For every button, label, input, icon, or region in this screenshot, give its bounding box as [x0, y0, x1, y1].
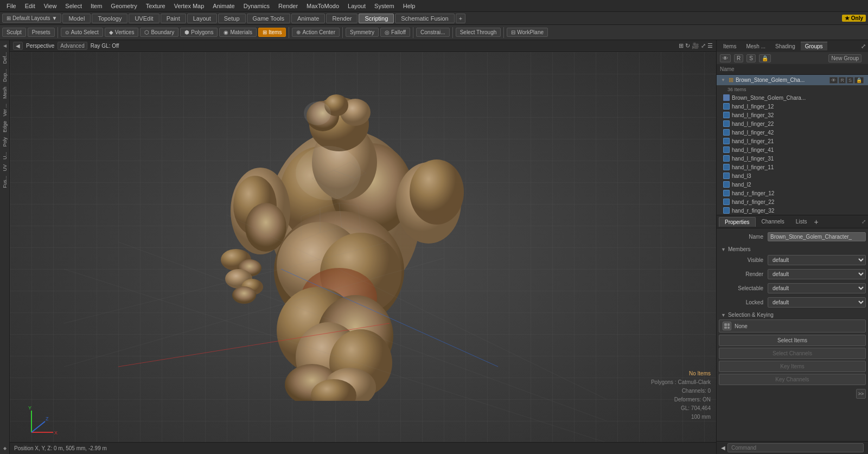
left-tab-u[interactable]: U... [1, 150, 9, 162]
tab-items[interactable]: Items [719, 42, 741, 50]
viewport-icon-camera[interactable]: 🎥 [692, 42, 699, 49]
props-tab-channels[interactable]: Channels [756, 217, 790, 226]
menu-help[interactable]: Help [399, 2, 420, 10]
panel-expand-btn[interactable]: ⤢ [861, 43, 866, 50]
tab-groups[interactable]: Groups [801, 42, 827, 50]
mode-add[interactable]: + [456, 14, 465, 23]
selection-keying-header[interactable]: ▼ Selection & Keying [719, 310, 866, 319]
mode-model[interactable]: Model [62, 14, 91, 23]
mode-schematic[interactable]: Schematic Fusion [395, 14, 454, 23]
mode-setup[interactable]: Setup [218, 14, 246, 23]
list-item[interactable]: hand_l_finger_21 [717, 137, 868, 145]
list-item[interactable]: hand_l3 [717, 171, 868, 180]
list-item[interactable]: hand_r_finger_22 [717, 197, 868, 206]
select-channels-button[interactable]: Select Channels [719, 348, 866, 359]
left-tab-edge[interactable]: Edge [1, 119, 9, 135]
auto-select-button[interactable]: ⊙ Auto Select [61, 28, 103, 37]
list-item[interactable]: hand_l_finger_42 [717, 128, 868, 137]
list-item[interactable]: hand_l2 [717, 180, 868, 189]
menu-select[interactable]: Select [61, 2, 86, 10]
mode-uvedit[interactable]: UVEdit [129, 14, 159, 23]
group-row[interactable]: ▼ ⊞ Brown_Stone_Golem_Cha... 👁 R S 🔒 [717, 75, 868, 86]
props-tab-lists[interactable]: Lists [790, 217, 813, 226]
viewport-3d[interactable]: X Y Z No Items Polygons : Catmull-Clark … [10, 52, 716, 454]
tab-shading[interactable]: Shading [771, 42, 800, 50]
props-expand-btn[interactable]: ⤢ [861, 219, 866, 225]
menu-geometry[interactable]: Geometry [106, 2, 141, 10]
viewport-icon-expand[interactable]: ⤢ [701, 42, 706, 49]
key-channels-button[interactable]: Key Channels [719, 374, 866, 385]
select-items-button[interactable]: Select Items [719, 335, 866, 346]
presets-button[interactable]: Presets [28, 28, 55, 37]
mode-layout[interactable]: Layout [187, 14, 217, 23]
list-item[interactable]: hand_l_finger_22 [717, 119, 868, 128]
menu-render[interactable]: Render [274, 2, 302, 10]
props-tab-properties[interactable]: Properties [719, 217, 756, 227]
group-eye-icon[interactable]: 👁 [829, 77, 838, 84]
menu-edit[interactable]: Edit [21, 2, 40, 10]
panel-header-icon4[interactable]: 🔒 [759, 54, 771, 62]
mode-animate[interactable]: Animate [291, 14, 325, 23]
list-item[interactable]: hand_l_finger_12 [717, 102, 868, 111]
render-select[interactable]: default [768, 269, 866, 279]
left-sidebar-bottom-arrow[interactable]: ◆ [2, 445, 8, 452]
falloff-button[interactable]: ◎ Falloff [380, 28, 410, 37]
workplane-button[interactable]: ⊟ WorkPlane [507, 28, 548, 37]
viewport-icon-grid[interactable]: ⊞ [679, 42, 684, 49]
menu-file[interactable]: File [2, 2, 21, 10]
list-item[interactable]: hand_l_finger_11 [717, 163, 868, 171]
mode-render[interactable]: Render [326, 14, 358, 23]
panel-header-icon1[interactable]: 👁 [720, 54, 731, 62]
viewport-icon-menu[interactable]: ☰ [707, 42, 713, 49]
viewport-view-btn[interactable]: Advanced [58, 42, 87, 50]
left-tab-def[interactable]: Def... [1, 50, 9, 66]
viewport-arrow-btn[interactable]: ◀ [13, 42, 23, 50]
action-center-button[interactable]: ⊕ Action Center [292, 28, 340, 37]
left-tab-uv[interactable]: UV [1, 162, 9, 174]
expand-right-btn[interactable]: >> [856, 389, 866, 399]
group-lock-icon[interactable]: 🔒 [854, 77, 864, 84]
layout-selector[interactable]: ⊞ Default Layouts ▼ [2, 14, 61, 23]
members-section-header[interactable]: ▼ Members [719, 245, 866, 254]
group-s-icon[interactable]: S [847, 77, 853, 84]
props-tab-add-btn[interactable]: + [814, 218, 818, 226]
left-tab-dup[interactable]: Dup... [1, 67, 9, 84]
mode-game-tools[interactable]: Game Tools [247, 14, 291, 23]
panel-header-icon3[interactable]: S [746, 54, 756, 62]
items-list[interactable]: ▼ ⊞ Brown_Stone_Golem_Cha... 👁 R S 🔒 36 … [717, 75, 868, 215]
group-r-icon[interactable]: R [839, 77, 846, 84]
materials-button[interactable]: ◉ Materials [219, 28, 257, 37]
list-item[interactable]: Brown_Stone_Golem_Chara... [717, 93, 868, 102]
menu-texture[interactable]: Texture [142, 2, 170, 10]
menu-view[interactable]: View [40, 2, 61, 10]
selectable-select[interactable]: default [768, 283, 866, 293]
panel-header-icon2[interactable]: R [734, 54, 743, 62]
command-arrow-left[interactable]: ◀ [721, 445, 725, 451]
left-tab-fus[interactable]: Fus... [1, 174, 9, 190]
menu-layout[interactable]: Layout [343, 2, 370, 10]
list-item[interactable]: hand_l_finger_32 [717, 111, 868, 119]
sculpt-button[interactable]: Sculpt [2, 28, 26, 37]
tab-mesh[interactable]: Mesh ... [742, 42, 770, 50]
list-item[interactable]: hand_l_finger_31 [717, 154, 868, 163]
list-item[interactable]: hand_r_finger_32 [717, 206, 868, 215]
left-sidebar-arrow[interactable]: ◀ [2, 42, 8, 49]
menu-system[interactable]: System [370, 2, 399, 10]
name-input[interactable] [768, 232, 866, 241]
polygons-button[interactable]: ⬢ Polygons [180, 28, 218, 37]
list-item[interactable]: hand_r_finger_12 [717, 189, 868, 197]
left-tab-poly[interactable]: Poly [1, 135, 9, 149]
menu-dynamics[interactable]: Dynamics [239, 2, 274, 10]
key-items-button[interactable]: Key Items [719, 361, 866, 372]
mode-scripting[interactable]: Scripting [359, 14, 394, 23]
vertices-button[interactable]: ◆ Vertices [105, 28, 139, 37]
command-input[interactable] [727, 443, 864, 452]
visible-select[interactable]: default [768, 255, 866, 265]
list-item[interactable]: hand_l_finger_41 [717, 145, 868, 154]
locked-select[interactable]: default [768, 297, 866, 308]
symmetry-button[interactable]: Symmetry [346, 28, 379, 37]
left-tab-ver[interactable]: Ver ... [1, 101, 9, 119]
mode-paint[interactable]: Paint [161, 14, 186, 23]
left-tab-mesh[interactable]: Mesh [1, 85, 9, 101]
items-button[interactable]: ⊞ Items [258, 28, 286, 37]
